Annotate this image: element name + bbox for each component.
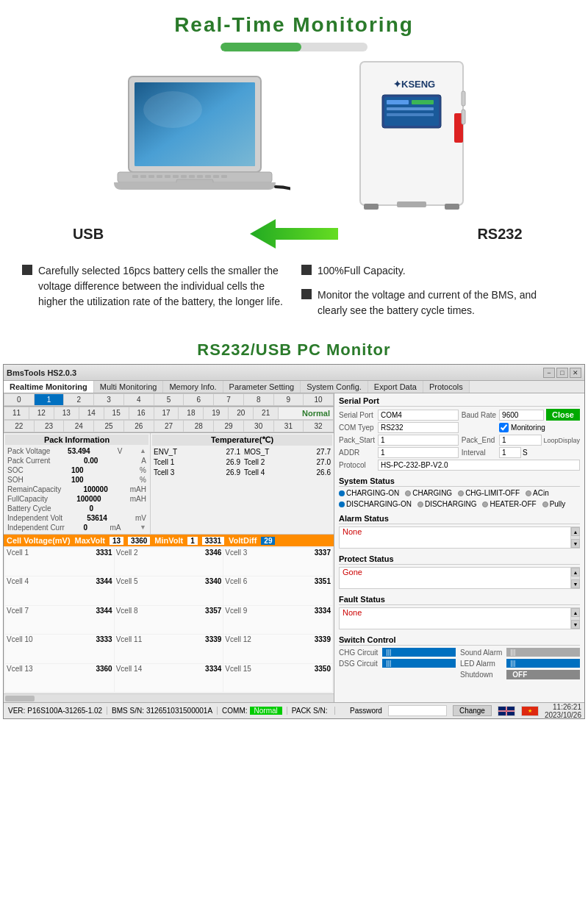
- serial-port-value[interactable]: COM4: [378, 410, 459, 421]
- interval-value[interactable]: 1: [499, 447, 521, 458]
- com-type-value[interactable]: RS232: [378, 422, 459, 433]
- scroll-thumb[interactable]: [5, 696, 35, 701]
- cell-num-27[interactable]: 27: [154, 421, 184, 432]
- dsg-circuit-switch[interactable]: |||: [382, 659, 456, 668]
- cell-num-2[interactable]: 2: [64, 394, 93, 405]
- cell-num-18[interactable]: 18: [179, 407, 203, 419]
- tab-multi-monitoring[interactable]: Multi Monitoring: [94, 381, 164, 393]
- serial-port-label: Serial Port: [339, 411, 375, 419]
- protect-scroll-up[interactable]: ▲: [571, 568, 580, 576]
- arrow-container: [132, 219, 456, 249]
- volt-diff-val: 29: [261, 537, 275, 545]
- cell-num-12[interactable]: 12: [29, 407, 54, 419]
- cell-num-11[interactable]: 11: [4, 407, 29, 419]
- min-volt-val: 3331: [202, 537, 224, 545]
- sys-charging-on: CHARGING-ON: [339, 489, 399, 497]
- cell-num-24[interactable]: 24: [64, 421, 93, 432]
- bullet-square-2: [301, 289, 312, 299]
- tab-protocols[interactable]: Protocols: [423, 381, 470, 393]
- cell-num-14[interactable]: 14: [79, 407, 104, 419]
- cell-num-26[interactable]: 26: [124, 421, 154, 432]
- cv-row-5: Vcell 53340: [115, 576, 223, 604]
- cell-num-0[interactable]: 0: [4, 394, 34, 405]
- alarm-status-section: Alarm Status None ▲ ▼: [339, 514, 580, 549]
- bms-window: BmsTools HS2.0.3 − □ ✕ Realtime Monitori…: [3, 364, 585, 719]
- cell-num-5[interactable]: 5: [154, 394, 184, 405]
- shutdown-label: Shutdown: [460, 671, 502, 679]
- change-button[interactable]: Change: [453, 705, 492, 716]
- password-input[interactable]: [388, 705, 447, 716]
- addr-label: ADDR: [339, 449, 375, 457]
- dot-discharging: [417, 501, 423, 507]
- scroll-down-pack[interactable]: ▼: [140, 524, 146, 532]
- addr-value[interactable]: 1: [378, 447, 459, 458]
- cell-num-23[interactable]: 23: [35, 421, 64, 432]
- cell-num-10[interactable]: 10: [304, 394, 333, 405]
- cell-num-16[interactable]: 16: [129, 407, 154, 419]
- svg-rect-10: [173, 175, 179, 178]
- cell-num-20[interactable]: 20: [229, 407, 253, 419]
- pack-end-value[interactable]: 1: [499, 435, 542, 446]
- bullets-section: Carefully selected 16pcs battery cells t…: [0, 256, 588, 335]
- alarm-scroll-down[interactable]: ▼: [571, 539, 580, 548]
- cell-num-28[interactable]: 28: [184, 421, 213, 432]
- protocol-value[interactable]: HS-PC-232-BP-V2.0: [378, 460, 580, 471]
- cell-num-15[interactable]: 15: [104, 407, 129, 419]
- monitoring-checkbox[interactable]: [499, 423, 509, 432]
- led-alarm-switch[interactable]: |||: [506, 659, 580, 668]
- cell-num-29[interactable]: 29: [214, 421, 243, 432]
- baud-rate-value[interactable]: 9600: [499, 410, 544, 421]
- shutdown-switch[interactable]: OFF: [506, 670, 580, 679]
- min-volt-label: MinVolt: [154, 536, 183, 545]
- tab-export-data[interactable]: Export Data: [368, 381, 423, 393]
- tab-realtime-monitoring[interactable]: Realtime Monitoring: [4, 381, 94, 393]
- chg-circuit-switch[interactable]: |||: [382, 648, 456, 657]
- tab-parameter-setting[interactable]: Parameter Setting: [223, 381, 301, 393]
- cell-num-6[interactable]: 6: [184, 394, 213, 405]
- fault-scroll-up[interactable]: ▲: [571, 608, 580, 617]
- cell-num-31[interactable]: 31: [274, 421, 304, 432]
- cell-num-3[interactable]: 3: [94, 394, 123, 405]
- cv-row-1: Vcell 13331: [5, 548, 114, 576]
- cell-num-32[interactable]: 32: [304, 421, 333, 432]
- bms-left-scroll[interactable]: [4, 693, 334, 702]
- svg-rect-5: [132, 175, 138, 178]
- cell-num-9[interactable]: 9: [274, 394, 304, 405]
- protect-scroll-down[interactable]: ▼: [571, 579, 580, 588]
- close-button[interactable]: Close: [546, 409, 580, 421]
- svg-rect-29: [397, 201, 426, 207]
- protect-status-section: Protect Status Gone ▲ ▼: [339, 554, 580, 589]
- cell-num-21[interactable]: 21: [254, 407, 278, 419]
- cell-num-19[interactable]: 19: [204, 407, 228, 419]
- cell-num-17[interactable]: 17: [154, 407, 179, 419]
- sys-discharging-on: DISCHARGING-ON: [339, 500, 412, 508]
- temp-info: Temperature(℃) ENV_T27.1 MOS_T27.7 Tcell…: [151, 433, 334, 534]
- comm-item: COMM: Normal: [218, 707, 287, 715]
- bms-maximize-btn[interactable]: □: [556, 368, 568, 378]
- tab-system-config[interactable]: System Config.: [301, 381, 368, 393]
- svg-rect-16: [221, 175, 227, 178]
- cell-num-8[interactable]: 8: [244, 394, 273, 405]
- comm-label: COMM:: [222, 707, 247, 715]
- pack-start-value[interactable]: 1: [378, 435, 459, 446]
- pack-row-indcurr: Independent Curr 0 mA ▼: [5, 523, 148, 532]
- tab-memory-info[interactable]: Memory Info.: [163, 381, 223, 393]
- cell-num-22[interactable]: 22: [4, 421, 34, 432]
- sound-alarm-switch[interactable]: |||: [506, 648, 580, 657]
- temp-cell1: Tcell 126.9: [152, 457, 242, 467]
- cell-num-30[interactable]: 30: [244, 421, 273, 432]
- bms-close-btn[interactable]: ✕: [570, 368, 581, 378]
- cell-num-13[interactable]: 13: [54, 407, 79, 419]
- bms-sn-item: BMS S/N: 312651031500001A: [107, 707, 218, 715]
- cell-num-7[interactable]: 7: [214, 394, 243, 405]
- fault-scroll-down[interactable]: ▼: [571, 620, 580, 629]
- cell-num-4[interactable]: 4: [124, 394, 154, 405]
- alarm-scroll-up[interactable]: ▲: [571, 527, 580, 536]
- cell-num-1[interactable]: 1: [35, 394, 64, 405]
- scroll-up-pack[interactable]: ▲: [140, 447, 146, 455]
- cell-num-25[interactable]: 25: [94, 421, 123, 432]
- kseng-battery-svg: ✦KSENG: [345, 54, 478, 216]
- bms-minimize-btn[interactable]: −: [543, 368, 555, 378]
- flag-uk: [498, 706, 515, 716]
- cv-row-8: Vcell 83357: [115, 606, 223, 634]
